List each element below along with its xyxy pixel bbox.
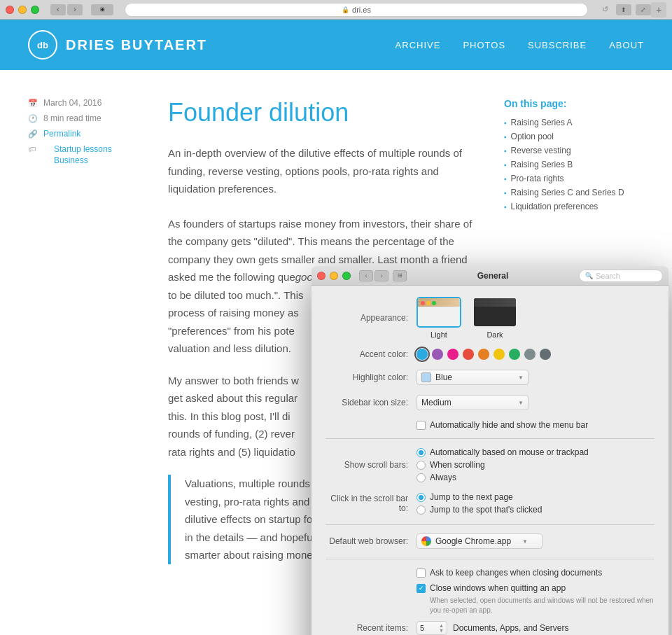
stepper-down[interactable]: ▼ (439, 628, 444, 633)
highlight-color-box (421, 372, 431, 382)
sidebar-icon-size-select[interactable]: Medium ▼ (416, 395, 528, 410)
highlight-color-select-wrapper: Blue ▼ (416, 370, 528, 385)
forward-button[interactable]: › (67, 4, 83, 15)
light-min-dot (426, 301, 430, 305)
reload-button[interactable]: ↺ (599, 4, 610, 15)
appearance-label: Appearance: (326, 313, 416, 323)
sidebar-item-reverse-vesting[interactable]: Reverse vesting (504, 146, 644, 155)
tabs-button[interactable]: ⊞ (91, 4, 113, 15)
nav-photos[interactable]: PHOTOS (463, 40, 505, 50)
sidebar-item-option-pool[interactable]: Option pool (504, 132, 644, 141)
separator-2 (326, 524, 654, 525)
highlight-color-label: Highlight color: (326, 372, 416, 382)
read-time: 8 min read time (43, 113, 102, 123)
sidebar-icon-size-control: Medium ▼ (416, 395, 654, 410)
accent-gray[interactable] (524, 349, 536, 360)
ask-keep-checkbox[interactable] (416, 568, 426, 578)
appearance-light-option[interactable]: Light (416, 297, 461, 339)
ask-keep-control: Ask to keep changes when closing documen… (416, 568, 654, 580)
auto-hide-label: Automatically hide and show the menu bar (430, 420, 588, 430)
click-scroll-control: Jump to the next page Jump to the spot t… (416, 492, 654, 515)
prefs-window-chrome: ‹ › ⊞ General 🔍 Search (312, 266, 668, 286)
appearance-dark-option[interactable]: Dark (472, 297, 517, 339)
click-next-page-label: Jump to the next page (430, 492, 513, 502)
click-next-page-option[interactable]: Jump to the next page (416, 492, 654, 502)
tag-startup[interactable]: Startup lessons (54, 144, 112, 154)
highlight-color-row: Highlight color: Blue ▼ (326, 370, 654, 385)
article-title: Founder dilution (168, 98, 476, 127)
accent-yellow[interactable] (493, 349, 505, 360)
accent-red[interactable] (463, 349, 474, 360)
sidebar-item-raising-b[interactable]: Raising Series B (504, 160, 644, 169)
prefs-maximize-button[interactable] (342, 272, 351, 280)
calendar-icon: 📅 (28, 99, 38, 108)
accent-blue[interactable] (416, 349, 428, 360)
separator-3 (326, 559, 654, 559)
sidebar-item-liquidation[interactable]: Liquidation preferences (504, 202, 644, 211)
accent-graphite[interactable] (540, 349, 551, 360)
tag-business[interactable]: Business (54, 155, 112, 165)
auto-hide-checkbox[interactable] (416, 421, 426, 430)
appearance-dark-thumb[interactable] (472, 297, 517, 328)
accent-pink[interactable] (447, 349, 458, 360)
click-spot-label: Jump to the spot that's clicked (430, 505, 542, 515)
site-header: db DRIES BUYTAERT ARCHIVE PHOTOS SUBSCRI… (0, 20, 672, 70)
scroll-scrolling-option[interactable]: When scrolling (416, 460, 654, 470)
browser-nav: ‹ › (50, 4, 83, 15)
accent-orange[interactable] (478, 349, 489, 360)
scroll-always-option[interactable]: Always (416, 473, 654, 482)
scroll-scrolling-radio[interactable] (416, 461, 426, 470)
prefs-title: General (407, 271, 579, 281)
highlight-color-select[interactable]: Blue ▼ (416, 370, 528, 385)
prefs-grid-button[interactable]: ⊞ (393, 270, 407, 281)
sidebar-item-pro-rata[interactable]: Pro-rata rights (504, 174, 644, 183)
close-windows-checkbox[interactable] (416, 584, 426, 593)
logo-initials: db (37, 40, 48, 50)
back-button[interactable]: ‹ (50, 4, 66, 15)
prefs-forward-button[interactable]: › (374, 270, 388, 281)
scroll-auto-option[interactable]: Automatically based on mouse or trackpad (416, 447, 654, 457)
prefs-back-button[interactable]: ‹ (359, 270, 373, 281)
prefs-search-bar[interactable]: 🔍 Search (579, 270, 663, 282)
recent-items-stepper[interactable]: 5 ▲ ▼ (416, 621, 447, 635)
light-close-dot (421, 301, 425, 305)
meta-permalink: 🔗 Permalink (28, 129, 140, 139)
highlight-select-arrow: ▼ (518, 375, 524, 381)
sidebar-item-raising-cd[interactable]: Raising Series C and Series D (504, 188, 644, 197)
close-button[interactable] (6, 6, 14, 14)
stepper-up[interactable]: ▲ (439, 623, 444, 628)
nav-subscribe[interactable]: SUBSCRIBE (528, 40, 587, 50)
site-logo[interactable]: db DRIES BUYTAERT (28, 30, 207, 60)
scroll-auto-label: Automatically based on mouse or trackpad (430, 447, 589, 457)
article-sidebar: 📅 March 04, 2016 🕐 8 min read time 🔗 Per… (28, 98, 140, 578)
prefs-nav: ‹ › ⊞ (359, 270, 407, 281)
scroll-always-radio[interactable] (416, 473, 426, 482)
prefs-close-button[interactable] (317, 272, 326, 280)
prefs-minimize-button[interactable] (330, 272, 338, 280)
click-spot-radio[interactable] (416, 505, 426, 515)
permalink-link[interactable]: Permalink (43, 129, 80, 139)
appearance-options: Light Dark (416, 297, 654, 339)
minimize-button[interactable] (18, 6, 27, 14)
new-tab-button[interactable]: + (651, 2, 666, 18)
appearance-light-thumb[interactable] (416, 297, 461, 328)
scroll-scrolling-label: When scrolling (430, 460, 485, 470)
default-browser-select[interactable]: Google Chrome.app ▼ (416, 533, 542, 549)
page-sidebar-list: Raising Series A Option pool Reverse ves… (504, 118, 644, 211)
maximize-button[interactable] (31, 6, 39, 14)
nav-archive[interactable]: ARCHIVE (396, 40, 441, 50)
click-next-page-radio[interactable] (416, 493, 426, 502)
scroll-auto-radio[interactable] (416, 448, 426, 457)
accent-green[interactable] (509, 349, 520, 360)
share-button[interactable]: ⬆ (616, 4, 631, 15)
accent-purple[interactable] (432, 349, 443, 360)
dark-theme-bar (474, 298, 516, 307)
default-browser-select-wrapper: Google Chrome.app ▼ (416, 533, 542, 549)
accent-colors (416, 349, 654, 360)
click-spot-option[interactable]: Jump to the spot that's clicked (416, 505, 654, 515)
nav-about[interactable]: ABOUT (609, 40, 644, 50)
fullscreen-button[interactable]: ⤢ (636, 4, 651, 15)
sidebar-item-raising-a[interactable]: Raising Series A (504, 118, 644, 127)
recent-items-label: Recent items: (326, 623, 416, 633)
url-bar[interactable]: 🔒 dri.es (125, 3, 588, 17)
